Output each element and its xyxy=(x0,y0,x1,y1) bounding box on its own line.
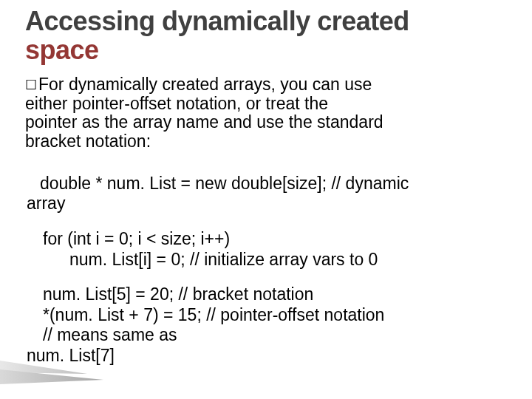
code-line: double * num. List = new double[size]; /… xyxy=(40,174,507,194)
code-line: num. List[i] = 0; // initialize array va… xyxy=(69,250,507,270)
bullet-rest1: dynamically created arrays, you can use xyxy=(64,75,372,94)
code-block-3: num. List[5] = 20; // bracket notation *… xyxy=(27,284,507,366)
bullet-line2: either pointer-offset notation, or treat… xyxy=(25,94,328,113)
code-line: array xyxy=(27,194,507,214)
code-line: // means same as xyxy=(43,325,507,346)
slide: Accessing dynamically created space ☐For… xyxy=(0,0,532,399)
code-line: num. List[5] = 20; // bracket notation xyxy=(43,284,507,305)
bullet-line4: bracket notation: xyxy=(25,132,151,151)
code-line: for (int i = 0; i < size; i++) xyxy=(43,229,507,250)
bullet-lead: For xyxy=(38,75,64,94)
accent-wedge-icon xyxy=(0,355,103,387)
bullet-line3: pointer as the array name and use the st… xyxy=(25,112,383,132)
title-line1: Accessing dynamically created xyxy=(25,6,409,36)
code-block-2: for (int i = 0; i < size; i++) num. List… xyxy=(27,229,507,270)
code-block-1: double * num. List = new double[size]; /… xyxy=(27,174,507,214)
title-line2: space xyxy=(25,35,99,65)
slide-title: Accessing dynamically created space xyxy=(25,7,507,65)
code-line: *(num. List + 7) = 15; // pointer-offset… xyxy=(43,305,507,326)
bullet-paragraph: ☐For dynamically created arrays, you can… xyxy=(25,75,499,151)
checkbox-icon: ☐ xyxy=(25,78,37,92)
